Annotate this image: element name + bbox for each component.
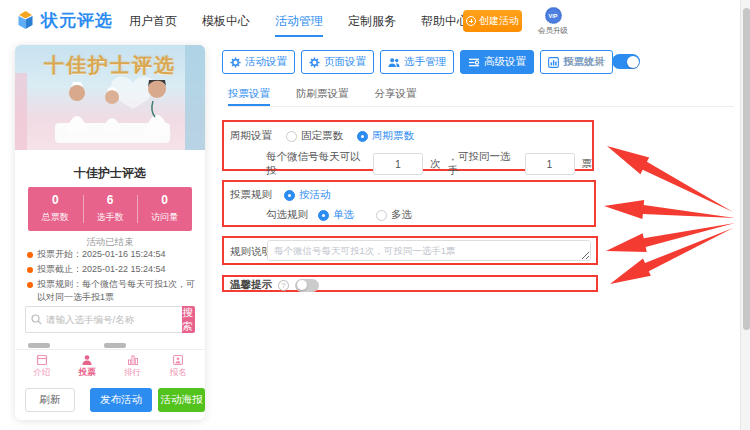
activity-info-list: 投票开始：2025-01-16 15:24:54 投票截止：2025-01-22… (27, 248, 197, 306)
vip-badge-icon: VIP (545, 7, 562, 24)
tab-contestant-management[interactable]: 选手管理 (380, 50, 454, 74)
logo-text: 状元评选 (41, 9, 113, 32)
rule-description-label: 规则说明 (230, 245, 272, 259)
banner-title: 十佳护士评选 (15, 52, 205, 79)
tab-advanced-settings[interactable]: 高级设置 (460, 50, 534, 74)
subtab-share-settings[interactable]: 分享设置 (375, 87, 417, 106)
search-icon (31, 314, 42, 325)
stat-contestants: 6 选手数 (83, 187, 138, 231)
publish-activity-button[interactable]: 发布活动 (90, 388, 152, 412)
sidebar-actions: 刷新 发布活动 活动海报 (15, 388, 205, 412)
top-navbar: 状元评选 用户首页 模板中心 活动管理 定制服务 帮助中心 创建活动 VIP 会… (0, 0, 740, 42)
info-vote-end: 投票截止：2025-01-22 15:24:54 (27, 263, 197, 276)
plus-circle-icon (466, 16, 476, 26)
refresh-button[interactable]: 刷新 (25, 388, 75, 412)
preview-toggle[interactable] (612, 54, 640, 69)
activity-title: 十佳护士评选 (15, 165, 205, 182)
signup-icon (156, 353, 202, 366)
subtab-anti-cheat-settings[interactable]: 防刷票设置 (296, 87, 349, 106)
main-content: 活动设置 页面设置 选手管理 高级设置 投票统计 预览效果 (222, 45, 740, 430)
annotated-section-tips: 温馨提示 ? (222, 275, 598, 292)
decoration-pill (28, 343, 50, 348)
settings-tabrow: 活动设置 页面设置 选手管理 高级设置 投票统计 (222, 50, 613, 74)
tab-activity-settings[interactable]: 活动设置 (222, 50, 295, 74)
times-per-day-input[interactable] (373, 153, 423, 175)
subtabs: 投票设置 防刷票设置 分享设置 (228, 87, 734, 107)
subtab-vote-settings[interactable]: 投票设置 (228, 87, 270, 106)
contestant-search: 搜索 (25, 306, 195, 333)
tab-signup[interactable]: 报名 (156, 351, 202, 381)
create-activity-button[interactable]: 创建活动 (463, 10, 522, 32)
preview-label: 预览效果 (564, 55, 604, 69)
radio-by-activity[interactable]: 按活动 (284, 188, 331, 202)
divider (15, 349, 205, 350)
nav-item-help[interactable]: 帮助中心 (421, 0, 469, 43)
vote-rule-label: 投票规则 (230, 188, 272, 202)
tab-intro[interactable]: 介绍 (19, 351, 65, 381)
activity-banner-image: 十佳护士评选 (15, 45, 205, 150)
check-rule-label: 勾选规则 (266, 208, 308, 222)
vip-upgrade[interactable]: VIP 会员升级 (533, 7, 573, 36)
bullet-dot-icon (27, 267, 33, 273)
info-vote-rule: 投票规则：每个微信号每天可投1次，可以对同一选手投1票 (27, 278, 197, 303)
preview-tabbar: 介绍 投票 排行 报名 (19, 351, 201, 381)
annotated-section-vote-rule: 投票规则 按活动 勾选规则 单选 多选 (222, 180, 596, 227)
question-circle-icon[interactable]: ? (278, 280, 289, 291)
stat-visits: 0 访问量 (137, 187, 192, 231)
nav-item-activity-management[interactable]: 活动管理 (275, 0, 323, 43)
radio-icon (376, 210, 387, 221)
ranking-chart-icon (110, 353, 156, 366)
radio-icon (357, 131, 368, 142)
scrollbar-thumb[interactable] (743, 8, 750, 330)
logo[interactable]: 状元评选 (15, 9, 113, 32)
cycle-settings-label: 周期设置 (230, 129, 272, 143)
tab-vote[interactable]: 投票 (65, 351, 111, 381)
main-nav: 用户首页 模板中心 活动管理 定制服务 帮助中心 (129, 0, 469, 42)
preview-control: 预览效果 (564, 54, 640, 69)
decoration-pill (104, 343, 126, 348)
activity-poster-button[interactable]: 活动海报 (158, 388, 205, 412)
app-window: 状元评选 用户首页 模板中心 活动管理 定制服务 帮助中心 创建活动 VIP 会… (0, 0, 750, 430)
tab-ranking[interactable]: 排行 (110, 351, 156, 381)
nav-item-custom-service[interactable]: 定制服务 (348, 0, 396, 43)
radio-multi-select[interactable]: 多选 (376, 208, 412, 222)
page-scrollbar[interactable] (740, 0, 750, 430)
stats-panel: 0 总票数 6 选手数 0 访问量 (28, 187, 192, 231)
tab-page-settings[interactable]: 页面设置 (301, 50, 374, 74)
cycle-rule-prefix: 每个微信号每天可以投 (266, 150, 366, 178)
unit-votes: 票 (582, 157, 593, 171)
stat-total-votes: 0 总票数 (28, 187, 83, 231)
vote-person-icon (65, 353, 111, 366)
gear-icon (309, 57, 320, 68)
radio-single-select[interactable]: 单选 (318, 208, 354, 222)
activity-preview-card: 十佳护士评选 十佳护士评选 0 总票数 6 选手数 0 访问量 活动已结束 投票… (15, 45, 205, 420)
logo-cube-icon (15, 10, 36, 31)
annotated-section-cycle-settings: 周期设置 固定票数 周期票数 每个微信号每天可以投 次 ，可投同一选手 票 (222, 120, 594, 171)
vip-upgrade-label: 会员升级 (533, 26, 573, 36)
votes-per-contestant-input[interactable] (525, 153, 575, 175)
tips-toggle[interactable] (295, 279, 319, 292)
advanced-filter-icon (468, 57, 480, 68)
gear-icon (230, 57, 241, 68)
tips-label: 温馨提示 (230, 278, 272, 292)
radio-fixed-votes[interactable]: 固定票数 (286, 129, 343, 143)
radio-cycle-votes[interactable]: 周期票数 (357, 129, 414, 143)
intro-icon (19, 353, 65, 366)
nav-item-home[interactable]: 用户首页 (129, 0, 177, 43)
users-icon (388, 57, 400, 68)
radio-icon (284, 190, 295, 201)
rule-description-textarea[interactable] (267, 240, 591, 261)
cycle-rule-mid: ，可投同一选手 (448, 150, 518, 178)
bullet-dot-icon (27, 252, 33, 258)
bullet-dot-icon (27, 282, 33, 288)
search-input[interactable] (25, 306, 182, 333)
search-button[interactable]: 搜索 (182, 306, 195, 333)
radio-icon (286, 131, 297, 142)
annotated-section-rule-description: 规则说明 (222, 236, 598, 265)
nav-item-templates[interactable]: 模板中心 (202, 0, 250, 43)
bar-chart-icon (548, 57, 559, 68)
radio-icon (318, 210, 329, 221)
info-vote-start: 投票开始：2025-01-16 15:24:54 (27, 248, 197, 261)
unit-times: 次 (430, 157, 441, 171)
